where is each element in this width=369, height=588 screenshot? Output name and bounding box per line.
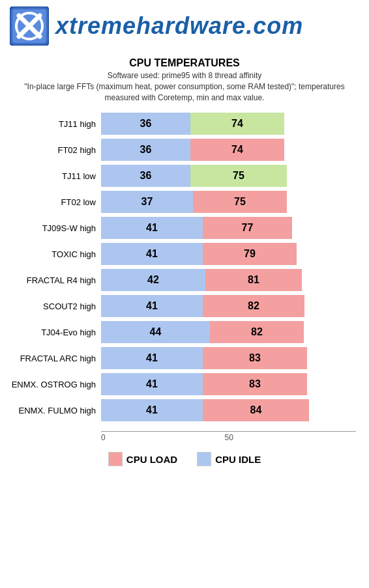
table-row: TJ11 low 36 75	[7, 164, 356, 188]
bar-load: 83	[203, 373, 307, 395]
table-row: ENMX. OSTROG high 41 83	[7, 372, 356, 396]
bar-container: 41 84	[101, 399, 349, 421]
table-row: ENMX. FULMO high 41 84	[7, 399, 356, 422]
row-label: ENMX. FULMO high	[7, 406, 101, 415]
bar-load: 79	[203, 243, 297, 265]
bar-container: 44 82	[101, 321, 349, 343]
axis-label-0: 0	[101, 433, 106, 442]
chart-area: TJ11 high 36 74 FT02 high 36 74 TJ11 low…	[0, 105, 369, 431]
table-row: FT02 low 37 75	[7, 190, 356, 214]
row-label: FT02 low	[7, 197, 101, 207]
subtitle: Software used: prime95 with 8 thread aff…	[13, 70, 356, 103]
load-label: CPU LOAD	[126, 454, 177, 465]
row-label: FRACTAL ARC high	[7, 354, 101, 363]
bar-load: 75	[193, 191, 287, 213]
load-swatch	[108, 452, 123, 466]
legend-load: CPU LOAD	[108, 452, 177, 466]
bar-load: 83	[203, 347, 307, 369]
bar-idle: 41	[101, 295, 203, 317]
legend: CPU LOAD CPU IDLE	[0, 443, 369, 473]
table-row: FRACTAL R4 high 42 81	[7, 268, 356, 292]
logo-icon	[10, 7, 49, 46]
bar-load: 77	[203, 217, 292, 239]
bar-container: 41 83	[101, 373, 349, 395]
table-row: TJ09S-W high 41 77	[7, 216, 356, 240]
bar-idle: 36	[101, 113, 190, 135]
bar-idle: 44	[101, 321, 210, 343]
bar-load: 82	[203, 295, 304, 317]
bar-remainder	[284, 113, 349, 135]
bar-container: 41 82	[101, 295, 349, 317]
bar-remainder	[292, 217, 349, 239]
bar-load: 81	[205, 269, 302, 291]
table-row: FT02 high 36 74	[7, 138, 356, 161]
bar-remainder	[309, 399, 349, 421]
site-name: xtremehardware.com	[55, 12, 303, 40]
bar-remainder	[302, 269, 349, 291]
table-row: TOXIC high 41 79	[7, 242, 356, 266]
bar-container: 36 75	[101, 165, 349, 187]
bar-remainder	[307, 347, 349, 369]
bar-idle: 41	[101, 243, 203, 265]
row-label: FT02 high	[7, 145, 101, 155]
table-row: TJ04-Evo high 44 82	[7, 320, 356, 344]
row-label: TOXIC high	[7, 249, 101, 259]
bar-idle: 41	[101, 399, 203, 421]
table-row: TJ11 high 36 74	[7, 112, 356, 135]
bar-idle: 37	[101, 191, 193, 213]
bar-load: 75	[190, 165, 287, 187]
bar-container: 41 79	[101, 243, 349, 265]
bar-container: 36 74	[101, 113, 349, 135]
header: xtremehardware.com	[0, 0, 369, 52]
bar-remainder	[307, 373, 349, 395]
legend-idle: CPU IDLE	[197, 452, 261, 466]
bar-idle: 41	[101, 373, 203, 395]
bar-idle: 41	[101, 217, 203, 239]
bar-container: 42 81	[101, 269, 349, 291]
bar-idle: 41	[101, 347, 203, 369]
axis-label-50: 50	[225, 433, 233, 442]
row-label: TJ09S-W high	[7, 223, 101, 233]
idle-swatch	[197, 452, 211, 466]
row-label: TJ11 low	[7, 171, 101, 181]
row-label: ENMX. OSTROG high	[7, 380, 101, 389]
bar-remainder	[287, 191, 349, 213]
bar-idle: 42	[101, 269, 205, 291]
bar-load: 82	[210, 321, 304, 343]
bar-container: 41 77	[101, 217, 349, 239]
bar-container: 36 74	[101, 139, 349, 161]
title-section: CPU TEMPERATURES Software used: prime95 …	[0, 52, 369, 105]
bar-remainder	[304, 295, 349, 317]
table-row: SCOUT2 high 41 82	[7, 294, 356, 318]
bar-idle: 36	[101, 139, 190, 161]
chart-title: CPU TEMPERATURES	[13, 57, 356, 69]
bar-remainder	[287, 165, 349, 187]
table-row: FRACTAL ARC high 41 83	[7, 346, 356, 370]
bar-container: 41 83	[101, 347, 349, 369]
row-label: SCOUT2 high	[7, 301, 101, 311]
row-label: TJ04-Evo high	[7, 328, 101, 337]
bar-remainder	[297, 243, 349, 265]
idle-label: CPU IDLE	[215, 454, 261, 465]
bar-load: 74	[190, 139, 284, 161]
bar-remainder	[284, 139, 349, 161]
bar-idle: 36	[101, 165, 190, 187]
bar-container: 37 75	[101, 191, 349, 213]
axis: 0 50	[101, 431, 356, 443]
row-label: FRACTAL R4 high	[7, 275, 101, 285]
row-label: TJ11 high	[7, 119, 101, 129]
bar-remainder	[304, 321, 349, 343]
bar-load: 74	[190, 113, 284, 135]
bar-load: 84	[203, 399, 309, 421]
